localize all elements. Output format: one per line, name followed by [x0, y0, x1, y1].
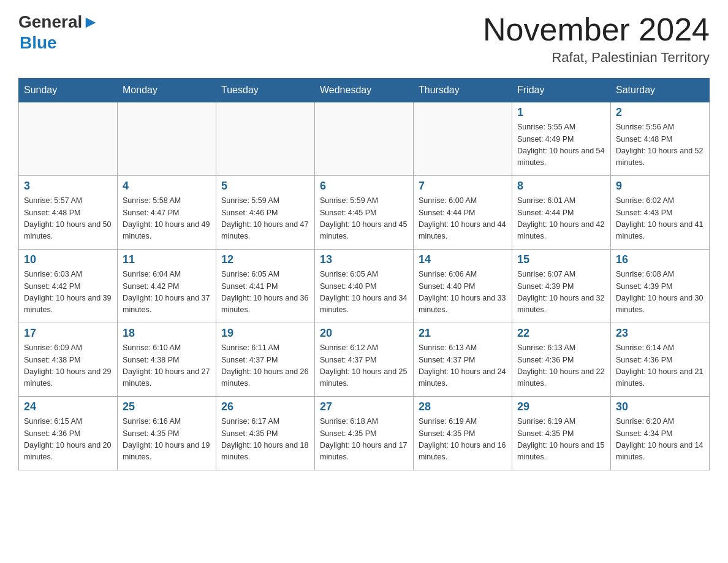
day-info: Sunrise: 6:09 AMSunset: 4:38 PMDaylight:… [24, 342, 112, 390]
calendar-cell: 17Sunrise: 6:09 AMSunset: 4:38 PMDayligh… [19, 323, 118, 397]
day-number: 4 [123, 180, 211, 193]
day-number: 29 [517, 400, 605, 413]
calendar-header-saturday: Saturday [611, 79, 710, 102]
calendar-cell: 28Sunrise: 6:19 AMSunset: 4:35 PMDayligh… [414, 397, 512, 470]
calendar-cell: 15Sunrise: 6:07 AMSunset: 4:39 PMDayligh… [512, 250, 611, 323]
day-number: 8 [517, 180, 605, 193]
calendar-week-row: 24Sunrise: 6:15 AMSunset: 4:36 PMDayligh… [19, 397, 710, 470]
day-info: Sunrise: 6:11 AMSunset: 4:37 PMDaylight:… [221, 342, 309, 390]
logo-blue-word: Blue [20, 33, 57, 53]
day-info: Sunrise: 6:04 AMSunset: 4:42 PMDaylight:… [123, 269, 211, 316]
calendar-cell: 29Sunrise: 6:19 AMSunset: 4:35 PMDayligh… [512, 397, 611, 470]
day-number: 18 [123, 327, 211, 340]
logo-general: General [18, 12, 82, 32]
calendar-header-wednesday: Wednesday [315, 79, 414, 102]
day-number: 19 [221, 327, 309, 340]
day-number: 10 [24, 253, 112, 266]
calendar-cell: 7Sunrise: 6:00 AMSunset: 4:44 PMDaylight… [414, 176, 512, 250]
calendar-cell: 25Sunrise: 6:16 AMSunset: 4:35 PMDayligh… [118, 397, 216, 470]
day-info: Sunrise: 6:15 AMSunset: 4:36 PMDaylight:… [24, 416, 112, 464]
calendar-header-tuesday: Tuesday [216, 79, 315, 102]
calendar-header-thursday: Thursday [414, 79, 512, 102]
calendar-cell: 30Sunrise: 6:20 AMSunset: 4:34 PMDayligh… [611, 397, 710, 470]
calendar-week-row: 10Sunrise: 6:03 AMSunset: 4:42 PMDayligh… [19, 250, 710, 323]
day-info: Sunrise: 6:01 AMSunset: 4:44 PMDaylight:… [517, 195, 605, 243]
calendar-header-monday: Monday [118, 79, 216, 102]
calendar-cell: 22Sunrise: 6:13 AMSunset: 4:36 PMDayligh… [512, 323, 611, 397]
calendar-cell: 21Sunrise: 6:13 AMSunset: 4:37 PMDayligh… [414, 323, 512, 397]
calendar-week-row: 17Sunrise: 6:09 AMSunset: 4:38 PMDayligh… [19, 323, 710, 397]
calendar-cell [414, 102, 512, 176]
day-number: 24 [24, 400, 112, 413]
calendar-cell: 26Sunrise: 6:17 AMSunset: 4:35 PMDayligh… [216, 397, 315, 470]
calendar-cell: 3Sunrise: 5:57 AMSunset: 4:48 PMDaylight… [19, 176, 118, 250]
month-title: November 2024 [483, 12, 710, 47]
calendar-table: SundayMondayTuesdayWednesdayThursdayFrid… [18, 78, 710, 470]
day-number: 21 [419, 327, 507, 340]
day-info: Sunrise: 6:03 AMSunset: 4:42 PMDaylight:… [24, 269, 112, 316]
day-info: Sunrise: 6:17 AMSunset: 4:35 PMDaylight:… [221, 416, 309, 464]
logo-blue-text: ► [82, 12, 99, 32]
calendar-cell: 14Sunrise: 6:06 AMSunset: 4:40 PMDayligh… [414, 250, 512, 323]
day-number: 1 [517, 106, 605, 119]
day-info: Sunrise: 6:13 AMSunset: 4:37 PMDaylight:… [419, 342, 507, 390]
calendar-cell: 10Sunrise: 6:03 AMSunset: 4:42 PMDayligh… [19, 250, 118, 323]
logo: General ► Blue [18, 12, 99, 53]
day-number: 13 [320, 253, 408, 266]
calendar-week-row: 1Sunrise: 5:55 AMSunset: 4:49 PMDaylight… [19, 102, 710, 176]
calendar-header-sunday: Sunday [19, 79, 118, 102]
day-info: Sunrise: 5:55 AMSunset: 4:49 PMDaylight:… [517, 121, 605, 169]
calendar-cell: 12Sunrise: 6:05 AMSunset: 4:41 PMDayligh… [216, 250, 315, 323]
day-info: Sunrise: 6:12 AMSunset: 4:37 PMDaylight:… [320, 342, 408, 390]
day-info: Sunrise: 6:14 AMSunset: 4:36 PMDaylight:… [616, 342, 704, 390]
day-number: 2 [616, 106, 704, 119]
day-info: Sunrise: 5:59 AMSunset: 4:45 PMDaylight:… [320, 195, 408, 243]
day-info: Sunrise: 6:18 AMSunset: 4:35 PMDaylight:… [320, 416, 408, 464]
day-info: Sunrise: 6:05 AMSunset: 4:40 PMDaylight:… [320, 269, 408, 316]
day-number: 16 [616, 253, 704, 266]
day-number: 28 [419, 400, 507, 413]
day-info: Sunrise: 6:00 AMSunset: 4:44 PMDaylight:… [419, 195, 507, 243]
calendar-header-friday: Friday [512, 79, 611, 102]
day-number: 26 [221, 400, 309, 413]
day-number: 3 [24, 180, 112, 193]
day-info: Sunrise: 6:10 AMSunset: 4:38 PMDaylight:… [123, 342, 211, 390]
day-number: 5 [221, 180, 309, 193]
day-info: Sunrise: 6:08 AMSunset: 4:39 PMDaylight:… [616, 269, 704, 316]
calendar-cell [216, 102, 315, 176]
day-info: Sunrise: 6:19 AMSunset: 4:35 PMDaylight:… [419, 416, 507, 464]
calendar-cell: 27Sunrise: 6:18 AMSunset: 4:35 PMDayligh… [315, 397, 414, 470]
calendar-week-row: 3Sunrise: 5:57 AMSunset: 4:48 PMDaylight… [19, 176, 710, 250]
day-number: 27 [320, 400, 408, 413]
calendar-cell: 23Sunrise: 6:14 AMSunset: 4:36 PMDayligh… [611, 323, 710, 397]
day-info: Sunrise: 6:05 AMSunset: 4:41 PMDaylight:… [221, 269, 309, 316]
day-number: 23 [616, 327, 704, 340]
day-number: 9 [616, 180, 704, 193]
day-number: 20 [320, 327, 408, 340]
day-number: 11 [123, 253, 211, 266]
day-info: Sunrise: 6:06 AMSunset: 4:40 PMDaylight:… [419, 269, 507, 316]
day-info: Sunrise: 5:56 AMSunset: 4:48 PMDaylight:… [616, 121, 704, 169]
calendar-cell: 24Sunrise: 6:15 AMSunset: 4:36 PMDayligh… [19, 397, 118, 470]
calendar-cell: 1Sunrise: 5:55 AMSunset: 4:49 PMDaylight… [512, 102, 611, 176]
day-info: Sunrise: 5:58 AMSunset: 4:47 PMDaylight:… [123, 195, 211, 243]
day-number: 17 [24, 327, 112, 340]
calendar-cell [19, 102, 118, 176]
calendar-cell [118, 102, 216, 176]
day-info: Sunrise: 6:02 AMSunset: 4:43 PMDaylight:… [616, 195, 704, 243]
day-info: Sunrise: 6:13 AMSunset: 4:36 PMDaylight:… [517, 342, 605, 390]
day-info: Sunrise: 6:16 AMSunset: 4:35 PMDaylight:… [123, 416, 211, 464]
day-info: Sunrise: 6:07 AMSunset: 4:39 PMDaylight:… [517, 269, 605, 316]
day-number: 30 [616, 400, 704, 413]
day-number: 25 [123, 400, 211, 413]
day-number: 12 [221, 253, 309, 266]
calendar-header-row: SundayMondayTuesdayWednesdayThursdayFrid… [19, 79, 710, 102]
page-header: General ► Blue November 2024 Rafat, Pale… [18, 12, 710, 66]
day-number: 14 [419, 253, 507, 266]
calendar-cell: 19Sunrise: 6:11 AMSunset: 4:37 PMDayligh… [216, 323, 315, 397]
calendar-cell: 6Sunrise: 5:59 AMSunset: 4:45 PMDaylight… [315, 176, 414, 250]
day-info: Sunrise: 5:57 AMSunset: 4:48 PMDaylight:… [24, 195, 112, 243]
calendar-cell: 9Sunrise: 6:02 AMSunset: 4:43 PMDaylight… [611, 176, 710, 250]
calendar-cell: 18Sunrise: 6:10 AMSunset: 4:38 PMDayligh… [118, 323, 216, 397]
calendar-cell: 2Sunrise: 5:56 AMSunset: 4:48 PMDaylight… [611, 102, 710, 176]
